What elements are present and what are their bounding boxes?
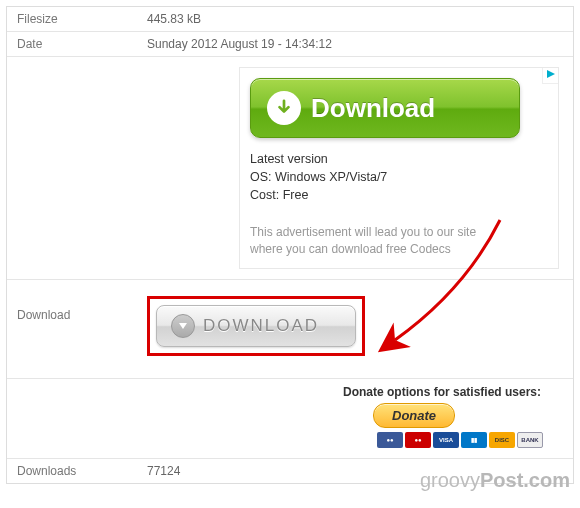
maestro-card-icon: ●● bbox=[377, 432, 403, 448]
ad-os: OS: Windows XP/Vista/7 bbox=[250, 170, 548, 184]
adchoices-icon[interactable] bbox=[542, 68, 558, 84]
date-row: Date Sunday 2012 August 19 - 14:34:12 bbox=[7, 32, 573, 57]
donate-row: Donate options for satisfied users: Dona… bbox=[7, 379, 573, 459]
payment-card-icons: ●● ●● VISA ▮▮ DISC BANK bbox=[343, 432, 543, 448]
bank-card-icon: BANK bbox=[517, 432, 543, 448]
donate-label: Donate options for satisfied users: bbox=[343, 385, 543, 399]
downloads-label: Downloads bbox=[7, 459, 137, 483]
discover-card-icon: DISC bbox=[489, 432, 515, 448]
filesize-value: 445.83 kB bbox=[137, 7, 573, 31]
donate-button[interactable]: Donate bbox=[373, 403, 455, 428]
amex-card-icon: ▮▮ bbox=[461, 432, 487, 448]
date-label: Date bbox=[7, 32, 137, 56]
ad-latest-version: Latest version bbox=[250, 152, 548, 166]
watermark: groovyPost.com bbox=[420, 469, 570, 492]
advertisement-box: Download Latest version OS: Windows XP/V… bbox=[239, 67, 559, 269]
ad-download-button[interactable]: Download bbox=[250, 78, 520, 138]
filesize-label: Filesize bbox=[7, 7, 137, 31]
download-button[interactable]: DOWNLOAD bbox=[156, 305, 356, 347]
ad-cost: Cost: Free bbox=[250, 188, 548, 202]
download-label: Download bbox=[7, 280, 137, 378]
ad-footer-line2: where you can download free Codecs bbox=[250, 241, 548, 258]
ad-footer-line1: This advertisement will lead you to our … bbox=[250, 224, 548, 241]
mastercard-icon: ●● bbox=[405, 432, 431, 448]
visa-card-icon: VISA bbox=[433, 432, 459, 448]
filesize-row: Filesize 445.83 kB bbox=[7, 7, 573, 32]
download-button-label: DOWNLOAD bbox=[203, 316, 319, 336]
date-value: Sunday 2012 August 19 - 14:34:12 bbox=[137, 32, 573, 56]
download-row: Download DOWNLOAD bbox=[7, 280, 573, 379]
download-triangle-icon bbox=[171, 314, 195, 338]
ad-row: Download Latest version OS: Windows XP/V… bbox=[7, 57, 573, 280]
annotation-highlight: DOWNLOAD bbox=[147, 296, 365, 356]
download-arrow-icon bbox=[267, 91, 301, 125]
ad-download-label: Download bbox=[311, 93, 435, 124]
